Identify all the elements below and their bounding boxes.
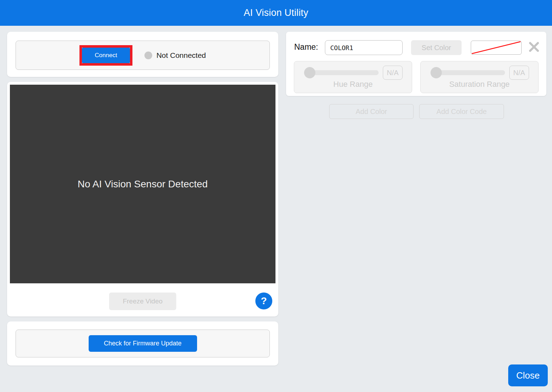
hue-range-label: Hue Range: [294, 80, 412, 89]
color-editor-card: Name: Set Color N/A Hue Range N/A Satura…: [286, 32, 546, 96]
color-name-input[interactable]: [325, 40, 403, 55]
hue-range-panel: N/A Hue Range: [294, 61, 412, 93]
connection-status: Not Connected: [144, 51, 206, 60]
video-card: No AI Vision Sensor Detected Freeze Vide…: [7, 82, 278, 316]
connect-button[interactable]: Connect: [82, 48, 130, 63]
add-color-button[interactable]: Add Color: [329, 104, 414, 119]
close-icon: [529, 42, 539, 52]
question-mark-icon: ?: [261, 296, 267, 306]
hue-slider-track[interactable]: [310, 70, 379, 75]
firmware-card: Check for Firmware Update: [7, 321, 278, 366]
video-preview: No AI Vision Sensor Detected: [10, 85, 275, 283]
hue-slider[interactable]: N/A: [294, 66, 412, 79]
saturation-range-label: Saturation Range: [421, 80, 538, 89]
check-firmware-button[interactable]: Check for Firmware Update: [89, 335, 197, 352]
set-color-button[interactable]: Set Color: [411, 40, 462, 55]
connection-card: Connect Not Connected: [7, 32, 278, 77]
page-title: AI Vision Utility: [244, 7, 308, 18]
no-sensor-message: No AI Vision Sensor Detected: [78, 179, 208, 190]
no-color-line-icon: [471, 41, 521, 54]
connection-panel: Connect Not Connected: [16, 41, 270, 70]
title-bar: AI Vision Utility: [0, 0, 552, 26]
firmware-panel: Check for Firmware Update: [16, 330, 270, 357]
saturation-range-panel: N/A Saturation Range: [420, 61, 539, 93]
saturation-value-badge: N/A: [509, 66, 529, 80]
video-toolbar: Freeze Video ?: [7, 283, 278, 316]
help-button[interactable]: ?: [255, 293, 272, 309]
add-color-code-button[interactable]: Add Color Code: [419, 104, 504, 119]
annotation-highlight: Connect: [79, 45, 132, 66]
name-label: Name:: [294, 42, 318, 52]
hue-slider-handle[interactable]: [304, 67, 315, 78]
close-button[interactable]: Close: [508, 364, 548, 386]
saturation-slider-track[interactable]: [436, 70, 505, 75]
saturation-slider[interactable]: N/A: [421, 66, 538, 79]
hue-value-badge: N/A: [383, 66, 403, 80]
remove-color-button[interactable]: [528, 42, 540, 53]
status-label: Not Connected: [156, 51, 206, 60]
freeze-video-button[interactable]: Freeze Video: [109, 293, 176, 310]
color-swatch[interactable]: [471, 41, 522, 55]
saturation-slider-handle[interactable]: [431, 67, 442, 78]
status-dot-icon: [144, 52, 152, 59]
